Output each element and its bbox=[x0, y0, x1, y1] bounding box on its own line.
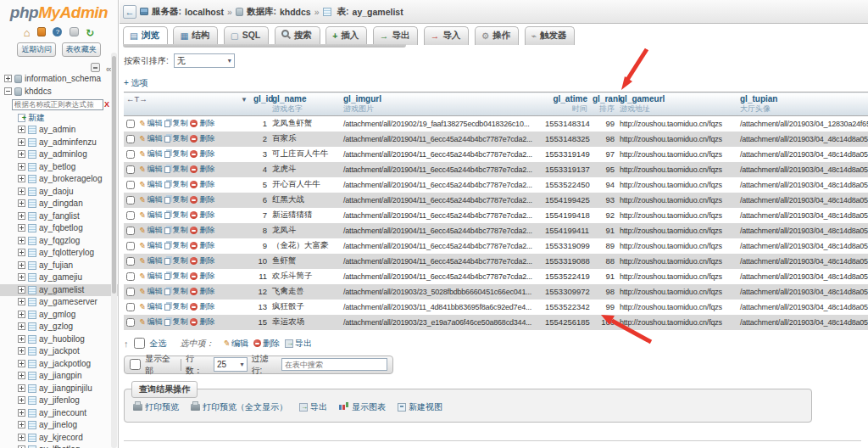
sidebar-table-item[interactable]: ay_fujian bbox=[0, 260, 118, 272]
row-checkbox[interactable] bbox=[126, 318, 135, 327]
row-delete-link[interactable]: 删除 bbox=[190, 194, 214, 205]
logout-icon[interactable] bbox=[37, 27, 46, 36]
expand-icon[interactable] bbox=[18, 150, 25, 158]
back-icon[interactable]: ← bbox=[123, 5, 136, 19]
row-copy-link[interactable]: 复制 bbox=[164, 316, 187, 328]
expand-icon[interactable] bbox=[18, 311, 25, 318]
column-header-gl-atime[interactable]: gl_atime时间 bbox=[542, 92, 590, 116]
breadcrumb-table[interactable]: ay_gamelist bbox=[353, 7, 403, 17]
check-all-checkbox[interactable] bbox=[134, 338, 145, 349]
row-delete-link[interactable]: 删除 bbox=[190, 118, 214, 129]
filter-rows-input[interactable] bbox=[281, 358, 387, 371]
recent-tables-button[interactable]: 近期访问 bbox=[17, 42, 56, 57]
table-filter-input[interactable] bbox=[12, 99, 103, 110]
sort-by-key-select[interactable]: 无▾ bbox=[174, 53, 235, 68]
sidebar-db-khddcs[interactable]: khddcs bbox=[0, 86, 118, 98]
sidebar-table-item[interactable]: ay_brokeragelog bbox=[0, 173, 118, 186]
row-copy-link[interactable]: 复制 bbox=[164, 240, 187, 251]
row-edit-link[interactable]: 编辑 bbox=[138, 316, 162, 328]
tab[interactable]: 搜索 bbox=[275, 26, 320, 45]
sidebar-table-item[interactable]: ay_fqgzlog bbox=[0, 235, 118, 248]
home-icon[interactable] bbox=[24, 25, 31, 40]
sidebar-table-item[interactable]: ay_dingdan bbox=[0, 198, 118, 210]
row-copy-link[interactable]: 复制 bbox=[164, 210, 187, 221]
row-edit-link[interactable]: 编辑 bbox=[138, 194, 162, 205]
expand-icon[interactable] bbox=[18, 212, 25, 220]
print-preview-full-link[interactable]: 打印预览（全文显示） bbox=[191, 401, 287, 413]
column-header-gl-id[interactable]: gl_id bbox=[251, 92, 270, 116]
expand-icon[interactable] bbox=[18, 188, 25, 195]
sidebar-table-item[interactable]: ay_gamelist bbox=[0, 284, 118, 297]
row-checkbox[interactable] bbox=[126, 242, 135, 250]
row-edit-link[interactable]: 编辑 bbox=[138, 225, 162, 236]
column-header-gl-name[interactable]: gl_name游戏名字 bbox=[270, 92, 341, 116]
sidebar-table-item[interactable]: ay_huobilog bbox=[0, 333, 118, 346]
help-icon[interactable] bbox=[53, 27, 62, 36]
row-edit-link[interactable]: 编辑 bbox=[138, 148, 162, 160]
row-checkbox[interactable] bbox=[126, 257, 135, 266]
row-checkbox[interactable] bbox=[126, 150, 135, 159]
sort-dropdown-icon[interactable]: ▼ bbox=[241, 96, 248, 104]
column-header-gl-imgurl[interactable]: gl_imgurl游戏图片 bbox=[341, 92, 542, 116]
row-checkbox[interactable] bbox=[126, 303, 135, 311]
options-toggle-link[interactable]: + 选项 bbox=[124, 77, 868, 89]
sidebar-table-item[interactable]: ay_gmlog bbox=[0, 309, 118, 322]
tab[interactable]: 插入 bbox=[326, 26, 367, 45]
row-checkbox[interactable] bbox=[126, 288, 135, 296]
expand-icon[interactable] bbox=[18, 298, 25, 305]
row-copy-link[interactable]: 复制 bbox=[164, 271, 187, 282]
export-link[interactable]: 导出 bbox=[299, 401, 327, 413]
sidebar-table-item[interactable]: ay_fanglist bbox=[0, 210, 118, 223]
sidebar-table-item[interactable]: ay_adminlog bbox=[0, 148, 118, 161]
sidebar-table-item[interactable]: ay_admin bbox=[0, 124, 118, 137]
row-edit-link[interactable]: 编辑 bbox=[138, 179, 162, 190]
expand-icon[interactable] bbox=[18, 163, 25, 171]
selected-delete-link[interactable]: 删除 bbox=[253, 338, 280, 350]
expand-icon[interactable] bbox=[18, 286, 25, 294]
collapse-panel-icon[interactable] bbox=[91, 63, 100, 72]
sidebar-table-item[interactable]: ay_daoju bbox=[0, 186, 118, 199]
row-copy-link[interactable]: 复制 bbox=[164, 286, 187, 297]
row-edit-link[interactable]: 编辑 bbox=[138, 240, 162, 251]
row-checkbox[interactable] bbox=[126, 211, 135, 220]
sidebar-new-table[interactable]: 新建 bbox=[0, 112, 118, 125]
sidebar-table-item[interactable]: ay_gameserver bbox=[0, 296, 118, 309]
row-delete-link[interactable]: 删除 bbox=[190, 210, 214, 221]
row-copy-link[interactable]: 复制 bbox=[164, 179, 187, 190]
expand-icon[interactable] bbox=[18, 224, 25, 232]
row-edit-link[interactable]: 编辑 bbox=[138, 210, 162, 221]
tab[interactable]: 触发器 bbox=[525, 26, 576, 45]
tab[interactable]: 结构 bbox=[173, 26, 218, 45]
row-copy-link[interactable]: 复制 bbox=[164, 225, 187, 236]
row-delete-link[interactable]: 删除 bbox=[190, 240, 214, 251]
rows-count-select[interactable]: 25▾ bbox=[214, 357, 248, 372]
display-chart-link[interactable]: 显示图表 bbox=[339, 401, 386, 413]
row-edit-link[interactable]: 编辑 bbox=[138, 164, 162, 175]
tab[interactable]: 浏览 bbox=[123, 26, 168, 45]
row-checkbox[interactable] bbox=[126, 135, 135, 143]
row-delete-link[interactable]: 删除 bbox=[190, 179, 214, 190]
row-edit-link[interactable]: 编辑 bbox=[138, 301, 162, 312]
scrollbar-thumb[interactable] bbox=[112, 56, 116, 294]
expand-icon[interactable] bbox=[18, 273, 25, 281]
expand-icon[interactable] bbox=[18, 237, 25, 244]
selected-edit-link[interactable]: 编辑 bbox=[223, 338, 248, 350]
sidebar-table-item[interactable]: ay_adminfenzu bbox=[0, 137, 118, 149]
row-delete-link[interactable]: 删除 bbox=[190, 225, 214, 236]
expand-icon[interactable] bbox=[18, 126, 25, 133]
expand-icon[interactable] bbox=[18, 335, 25, 343]
favorite-tables-button[interactable]: 表收藏夹 bbox=[62, 42, 101, 57]
row-copy-link[interactable]: 复制 bbox=[164, 133, 187, 144]
sidebar-table-item[interactable]: ay_lfbetlog bbox=[0, 444, 118, 448]
row-delete-link[interactable]: 删除 bbox=[190, 286, 214, 297]
sidebar-table-item[interactable]: ay_gamejiu bbox=[0, 272, 118, 284]
expand-icon[interactable] bbox=[18, 372, 25, 379]
expand-icon[interactable] bbox=[18, 199, 25, 207]
row-delete-link[interactable]: 删除 bbox=[190, 148, 214, 160]
expand-icon[interactable] bbox=[18, 396, 25, 404]
row-delete-link[interactable]: 删除 bbox=[190, 301, 214, 312]
expand-icon[interactable] bbox=[18, 409, 25, 417]
row-checkbox[interactable] bbox=[126, 227, 135, 235]
sidebar-scrollbar[interactable] bbox=[111, 53, 117, 448]
show-all-checkbox[interactable] bbox=[130, 359, 141, 370]
